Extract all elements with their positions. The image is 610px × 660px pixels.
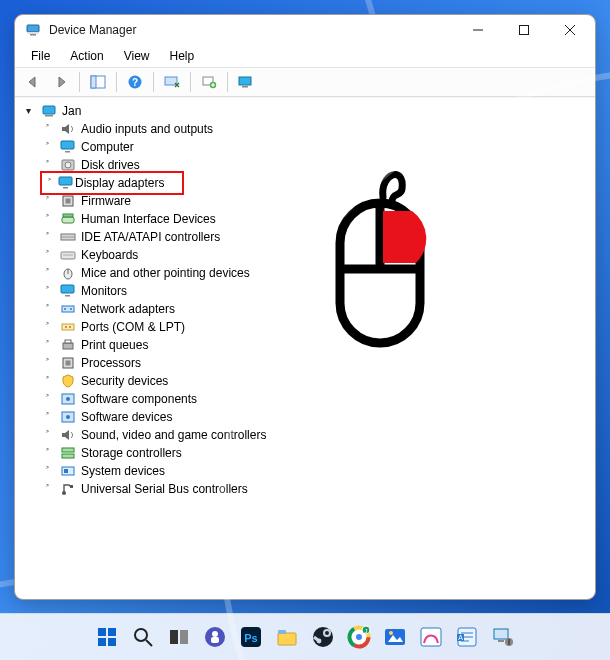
svg-rect-27 — [66, 199, 71, 204]
chevron-right-icon[interactable]: ˃ — [40, 300, 55, 318]
tree-item[interactable]: ˃ Storage controllers — [40, 444, 589, 462]
taskbar-search[interactable] — [129, 623, 157, 651]
taskbar-teams[interactable] — [201, 623, 229, 651]
chevron-right-icon[interactable]: ˃ — [40, 120, 55, 138]
taskbar-photos[interactable] — [381, 623, 409, 651]
svg-rect-62 — [98, 638, 106, 646]
menu-file[interactable]: File — [21, 47, 60, 65]
svg-point-49 — [66, 397, 70, 401]
svg-rect-61 — [108, 628, 116, 636]
chevron-down-icon[interactable]: ▾ — [21, 102, 36, 120]
tree-item[interactable]: ˃ Print queues — [40, 336, 589, 354]
taskbar-explorer[interactable] — [273, 623, 301, 651]
tree-item[interactable]: ˃ Network adapters — [40, 300, 589, 318]
chevron-right-icon[interactable]: ˃ — [40, 408, 55, 426]
tree-item[interactable]: ˃ Processors — [40, 354, 589, 372]
chevron-right-icon[interactable]: ˃ — [40, 228, 55, 246]
category-label: Display adapters — [75, 174, 164, 192]
chevron-right-icon[interactable]: ˃ — [40, 390, 55, 408]
menu-action[interactable]: Action — [60, 47, 113, 65]
tree-item[interactable]: ˃ System devices — [40, 462, 589, 480]
tree-item[interactable]: ˃ Monitors — [40, 282, 589, 300]
svg-rect-47 — [66, 361, 71, 366]
tree-item[interactable]: ˃ Mice and other pointing devices — [40, 264, 589, 282]
menu-view[interactable]: View — [114, 47, 160, 65]
svg-rect-60 — [98, 628, 106, 636]
chevron-right-icon[interactable]: ˃ — [40, 318, 55, 336]
chevron-right-icon[interactable]: ˃ — [40, 138, 55, 156]
chevron-right-icon[interactable]: ˃ — [40, 264, 55, 282]
tree-item[interactable]: ˃ IDE ATA/ATAPI controllers — [40, 228, 589, 246]
add-legacy-hw-button[interactable] — [196, 69, 222, 95]
taskbar[interactable]: PsJA — [0, 613, 610, 660]
tree-item[interactable]: ˃ Software components — [40, 390, 589, 408]
chevron-right-icon[interactable]: ˃ — [40, 480, 55, 498]
tree-item[interactable]: ˃ Universal Serial Bus controllers — [40, 480, 589, 498]
svg-text:?: ? — [132, 77, 138, 88]
forward-button[interactable] — [48, 69, 74, 95]
taskbar-chrome[interactable]: J — [345, 623, 373, 651]
show-hide-tree-button[interactable] — [85, 69, 111, 95]
svg-point-39 — [64, 308, 66, 310]
titlebar[interactable]: Device Manager — [15, 15, 595, 45]
minimize-button[interactable] — [455, 15, 501, 45]
sw-icon — [59, 409, 77, 425]
taskbar-devmgr[interactable] — [489, 623, 517, 651]
svg-rect-8 — [91, 76, 96, 88]
chevron-right-icon[interactable]: ˃ — [40, 246, 55, 264]
category-label: Network adapters — [81, 300, 175, 318]
chevron-right-icon[interactable]: ˃ — [40, 426, 55, 444]
chevron-right-icon[interactable]: ˃ — [40, 354, 55, 372]
tree-item[interactable]: ˃ Ports (COM & LPT) — [40, 318, 589, 336]
chevron-right-icon[interactable]: ˃ — [40, 372, 55, 390]
taskbar-steam[interactable] — [309, 623, 337, 651]
chevron-right-icon[interactable]: ˃ — [40, 282, 55, 300]
svg-point-83 — [355, 633, 363, 641]
tree-item[interactable]: ˃ Display adapters — [40, 174, 589, 192]
help-button[interactable]: ? — [122, 69, 148, 95]
svg-rect-58 — [340, 203, 420, 343]
back-button[interactable] — [20, 69, 46, 95]
tree-item[interactable]: ˃ Keyboards — [40, 246, 589, 264]
root-label: Jan — [62, 102, 81, 120]
taskbar-taskview[interactable] — [165, 623, 193, 651]
category-label: Keyboards — [81, 246, 138, 264]
chevron-right-icon[interactable]: ˃ — [40, 192, 55, 210]
chevron-right-icon[interactable]: ˃ — [40, 444, 55, 462]
tree-item[interactable]: ˃ Security devices — [40, 372, 589, 390]
tree-item[interactable]: ˃ Computer — [40, 138, 589, 156]
category-label: Security devices — [81, 372, 168, 390]
svg-rect-25 — [63, 187, 68, 189]
tree-item[interactable]: ˃ Human Interface Devices — [40, 210, 589, 228]
device-tree[interactable]: ▾ Jan ˃ Audio inputs and outputs˃ Comput… — [15, 98, 595, 599]
chevron-right-icon[interactable]: ˃ — [40, 336, 55, 354]
tree-item[interactable]: ˃ Firmware — [40, 192, 589, 210]
tree-root[interactable]: ▾ Jan — [21, 102, 589, 120]
svg-point-88 — [389, 631, 393, 635]
tree-item[interactable]: ˃ Audio inputs and outputs — [40, 120, 589, 138]
chevron-right-icon[interactable]: ˃ — [40, 210, 55, 228]
taskbar-ps[interactable]: Ps — [237, 623, 265, 651]
tree-item[interactable]: ˃ Software devices — [40, 408, 589, 426]
taskbar-start[interactable] — [93, 623, 121, 651]
monitor-icon — [59, 283, 77, 299]
svg-point-42 — [65, 326, 67, 328]
svg-point-64 — [135, 629, 147, 641]
taskbar-word[interactable]: A — [453, 623, 481, 651]
maximize-button[interactable] — [501, 15, 547, 45]
separator — [79, 72, 80, 92]
svg-rect-90 — [458, 628, 476, 646]
keyboard-icon — [59, 247, 77, 263]
svg-point-75 — [313, 627, 333, 647]
tree-item[interactable]: ˃ Sound, video and game controllers — [40, 426, 589, 444]
menu-help[interactable]: Help — [160, 47, 205, 65]
chevron-right-icon[interactable]: ˃ — [42, 174, 57, 192]
chevron-right-icon[interactable]: ˃ — [40, 462, 55, 480]
close-button[interactable] — [547, 15, 593, 45]
view-devices-button[interactable] — [233, 69, 259, 95]
svg-line-65 — [146, 640, 152, 646]
svg-point-79 — [349, 627, 369, 647]
scan-hardware-button[interactable] — [159, 69, 185, 95]
taskbar-paint[interactable] — [417, 623, 445, 651]
svg-point-40 — [70, 308, 72, 310]
